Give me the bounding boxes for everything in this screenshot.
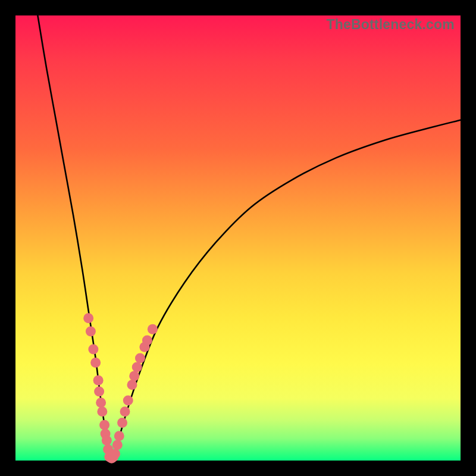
- highlight-dot: [88, 345, 98, 355]
- highlight-dot: [99, 420, 109, 430]
- highlight-dot: [135, 353, 145, 363]
- highlight-dot: [132, 362, 142, 372]
- highlight-dot: [93, 375, 104, 386]
- right-curve: [114, 120, 461, 461]
- highlight-dot: [127, 380, 137, 390]
- highlight-dots: [83, 313, 158, 464]
- chart-svg: [15, 15, 461, 461]
- plot-area: TheBottleneck.com: [15, 15, 461, 461]
- highlight-dot: [129, 371, 139, 381]
- highlight-dot: [90, 358, 101, 368]
- highlight-dot: [102, 436, 112, 446]
- highlight-dot: [112, 440, 123, 450]
- outer-frame: TheBottleneck.com: [0, 0, 476, 476]
- highlight-dot: [110, 449, 120, 459]
- highlight-dot: [96, 397, 106, 408]
- highlight-dot: [86, 327, 96, 337]
- highlight-dot: [117, 418, 127, 428]
- highlight-dot: [114, 431, 124, 441]
- highlight-dot: [83, 313, 93, 323]
- highlight-dot: [97, 406, 107, 416]
- highlight-dot: [120, 406, 130, 416]
- highlight-dot: [148, 324, 158, 334]
- highlight-dot: [142, 336, 152, 346]
- highlight-dot: [123, 396, 133, 406]
- highlight-dot: [94, 387, 104, 397]
